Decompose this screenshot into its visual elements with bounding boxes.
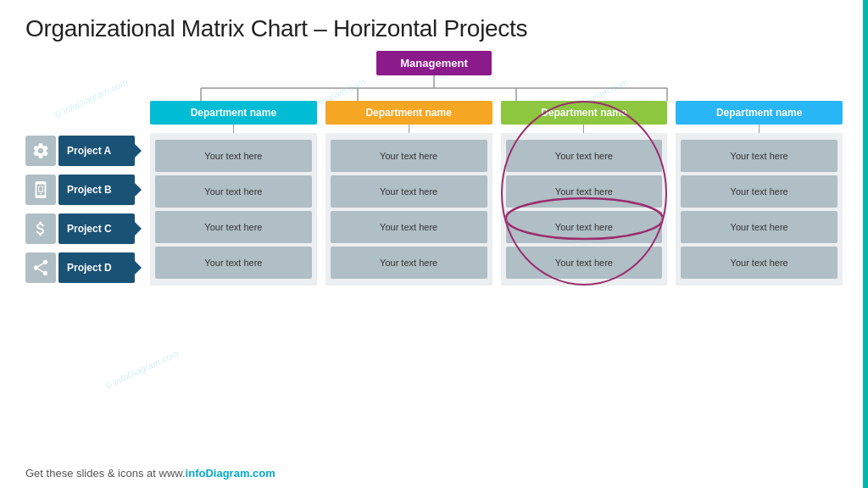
dept-connector-1: [233, 125, 234, 133]
cell-3-2-highlighted: Your text here: [506, 175, 663, 208]
cell-1-4: Your text here: [155, 247, 312, 279]
dept-header-2: Department name: [326, 101, 492, 125]
right-accent: [863, 0, 868, 488]
project-b-label: Project B: [58, 175, 135, 205]
matrix-container: Project A Project B: [25, 101, 843, 462]
dept-col-4: Department name Your text here Your text…: [676, 101, 843, 286]
cell-4-2: Your text here: [681, 175, 837, 208]
cell-2-4: Your text here: [331, 247, 487, 279]
project-row-b: Project B: [25, 172, 135, 208]
dept-header-1: Department name: [150, 101, 317, 125]
cell-4-4: Your text here: [681, 247, 837, 279]
dept-header-4: Department name: [676, 101, 843, 125]
cell-2-1: Your text here: [331, 140, 487, 172]
project-row-d: Project D: [25, 250, 135, 286]
dept-body-3: Your text here Your text here Your text …: [501, 133, 668, 286]
hand-device-icon: [31, 180, 50, 199]
chart-area: Management: [25, 51, 843, 462]
dept-col-3: Department name Your text here Your text…: [501, 101, 668, 286]
dept-body-1: Your text here Your text here Your text …: [150, 133, 317, 286]
project-d-icon: [25, 252, 56, 283]
cell-1-3: Your text here: [155, 211, 312, 243]
dept-col-2: Department name Your text here Your text…: [326, 101, 492, 286]
money-icon: [31, 219, 50, 238]
cell-3-3: Your text here: [506, 211, 663, 243]
cell-4-1: Your text here: [681, 140, 837, 172]
top-connectors-svg: [103, 75, 765, 101]
dept-connector-2: [409, 125, 409, 133]
dept-body-2: Your text here Your text here Your text …: [326, 133, 492, 286]
cell-3-1: Your text here: [506, 140, 663, 172]
project-b-icon: [25, 175, 56, 205]
cell-1-2: Your text here: [155, 175, 312, 208]
project-c-icon: [25, 214, 56, 244]
cell-3-4: Your text here: [506, 247, 663, 279]
cell-4-3: Your text here: [681, 211, 837, 243]
project-a-icon: [25, 136, 56, 166]
departments-area: Department name Your text here Your text…: [150, 101, 843, 286]
gear-icon: [31, 141, 50, 160]
dept-connector-3: [583, 125, 584, 133]
project-d-label: Project D: [58, 252, 135, 283]
project-c-label: Project C: [58, 214, 135, 244]
project-row-c: Project C: [25, 211, 135, 247]
dept-header-3: Department name: [501, 101, 668, 125]
project-row-a: Project A: [25, 133, 135, 169]
footer: Get these slides & icons at www.infoDiag…: [25, 462, 843, 480]
dept-connector-4: [759, 125, 760, 133]
projects-column: Project A Project B: [25, 101, 135, 289]
cell-1-1: Your text here: [155, 140, 312, 172]
cell-2-2: Your text here: [331, 175, 487, 208]
page-title: Organizational Matrix Chart – Horizontal…: [25, 15, 843, 42]
arrows-icon: [31, 258, 50, 277]
dept-col-1: Department name Your text here Your text…: [150, 101, 317, 286]
footer-brand: infoDiagram.com: [186, 467, 275, 480]
dept-body-4: Your text here Your text here Your text …: [676, 133, 843, 286]
cell-2-3: Your text here: [331, 211, 487, 243]
management-box: Management: [376, 51, 491, 75]
page: © infoDiagram.com © infoDiagram.com © in…: [0, 0, 868, 488]
project-a-label: Project A: [58, 136, 135, 166]
